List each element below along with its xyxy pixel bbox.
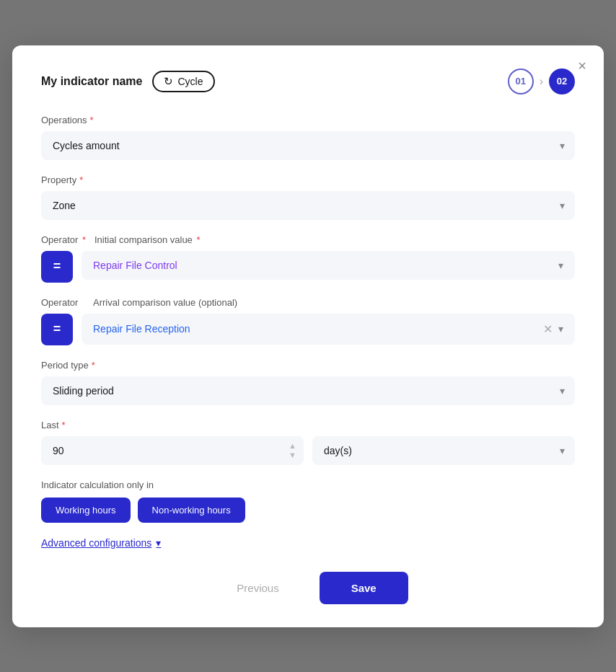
operator1-required: * [82,234,86,245]
duration-select[interactable]: day(s) [312,436,575,465]
clear-icon[interactable]: ✕ [543,322,553,336]
initial-comparison-select[interactable]: Repair File Control ▾ [82,251,575,280]
cycle-label: Cycle [177,76,203,87]
property-select[interactable]: Zone [41,191,575,220]
save-button[interactable]: Save [320,572,408,604]
operator1-labels: Operator * Initial comparison value * [41,234,575,245]
operations-select-wrapper: Cycles amount ▾ [41,131,575,160]
eq1-label: = [53,259,61,274]
cycle-badge[interactable]: ↻ Cycle [152,71,214,92]
operations-required: * [90,115,94,125]
previous-button[interactable]: Previous [208,572,307,604]
operations-section: Operations * Cycles amount ▾ [41,115,575,160]
arrival-comparison-select[interactable]: Repair File Reception ✕ ▾ [82,314,575,345]
arrival-comparison-icons: ✕ ▾ [543,322,563,336]
stepper: 01 › 02 [508,68,575,94]
operator2-labels: Operator Arrival comparison value (optio… [41,297,575,308]
step-1: 01 [508,68,534,94]
operations-label: Operations * [41,115,575,125]
operator1-section: Operator * Initial comparison value * = … [41,234,575,283]
initial-comparison-label: Initial comparison value * [94,234,575,245]
period-type-label: Period type * [41,360,575,371]
working-hours-button[interactable]: Working hours [41,498,131,523]
modal-overlay: × My indicator name ↻ Cycle 01 › 02 [0,0,616,672]
initial-comparison-select-wrapper: Repair File Control ▾ [82,251,575,280]
stepper-down-icon[interactable]: ▼ [289,451,296,459]
modal-container: × My indicator name ↻ Cycle 01 › 02 [12,45,604,627]
step-1-label: 01 [515,76,525,87]
operator2-label: Operator [41,297,84,308]
cycle-icon: ↻ [164,75,173,88]
calculation-label: Indicator calculation only in [41,479,575,490]
step-2-label: 02 [557,76,567,87]
step-2: 02 [549,68,575,94]
modal-header: My indicator name ↻ Cycle 01 › 02 [41,68,575,94]
period-type-section: Period type * Sliding period ▾ [41,360,575,405]
property-label: Property * [41,174,575,185]
eq1-button[interactable]: = [41,251,73,283]
operator1-row: = Repair File Control ▾ [41,251,575,283]
operations-select[interactable]: Cycles amount [41,131,575,160]
calculation-section: Indicator calculation only in Working ho… [41,479,575,523]
arrival-comparison-chevron-icon: ▾ [558,323,563,335]
arrival-comparison-value: Repair File Reception [93,323,190,335]
last-section: Last * ▲ ▼ day(s) ▾ [41,420,575,465]
initial-comparison-chevron-icon: ▾ [558,260,563,271]
advanced-label: Advanced configurations [41,537,151,549]
property-select-wrapper: Zone ▾ [41,191,575,220]
period-type-select[interactable]: Sliding period [41,376,575,405]
advanced-configurations-link[interactable]: Advanced configurations ▾ [41,537,575,549]
hours-buttons: Working hours Non-working hours [41,498,575,523]
step-arrow-icon: › [540,75,543,88]
arrival-comparison-label: Arrival comparison value (optional) [93,297,575,308]
last-required: * [62,420,66,430]
modal-title: My indicator name [41,75,142,88]
period-type-select-wrapper: Sliding period ▾ [41,376,575,405]
initial-comparison-required: * [196,234,200,245]
duration-select-wrapper: day(s) ▾ [312,436,575,465]
close-icon: × [578,58,586,74]
eq2-button[interactable]: = [41,314,73,345]
initial-comparison-value: Repair File Control [93,260,177,271]
close-button[interactable]: × [578,58,586,73]
period-type-required: * [92,360,95,371]
stepper-arrows: ▲ ▼ [289,442,296,459]
non-working-hours-button[interactable]: Non-working hours [138,498,245,523]
last-input[interactable] [41,436,304,465]
arrival-comparison-select-wrapper: Repair File Reception ✕ ▾ [82,314,575,345]
property-section: Property * Zone ▾ [41,174,575,220]
header-left: My indicator name ↻ Cycle [41,71,215,92]
last-label: Last * [41,420,575,430]
last-row: ▲ ▼ day(s) ▾ [41,436,575,465]
property-required: * [79,174,83,185]
footer-buttons: Previous Save [41,572,575,604]
last-input-wrapper: ▲ ▼ [41,436,304,465]
operator2-section: Operator Arrival comparison value (optio… [41,297,575,345]
advanced-chevron-icon: ▾ [156,537,161,549]
operator2-row: = Repair File Reception ✕ ▾ [41,314,575,345]
eq2-label: = [53,322,61,337]
operator1-label: Operator * [41,234,86,245]
stepper-up-icon[interactable]: ▲ [289,442,296,450]
